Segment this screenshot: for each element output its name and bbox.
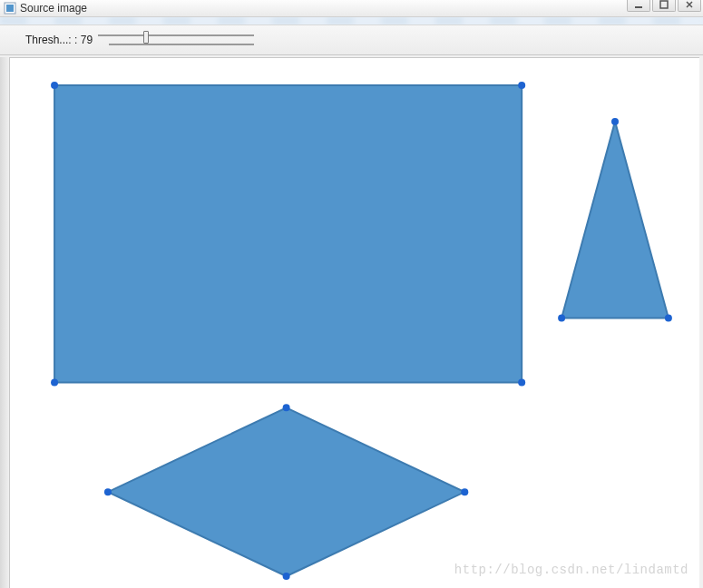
- left-margin: [0, 57, 9, 588]
- canvas: http://blog.csdn.net/lindamtd: [9, 57, 699, 588]
- svg-rect-2: [635, 6, 642, 8]
- svg-marker-6: [108, 407, 464, 576]
- close-button[interactable]: [678, 0, 701, 12]
- triangle-shape: [561, 122, 669, 318]
- threshold-label-text: Thresh...: :: [25, 34, 77, 46]
- maximize-button[interactable]: [652, 0, 676, 12]
- threshold-value: 79: [81, 34, 93, 46]
- vertex-dot: [104, 488, 112, 495]
- blurred-toolbar: [0, 17, 703, 24]
- svg-rect-3: [660, 1, 668, 8]
- rectangle-shape: [54, 85, 522, 382]
- trackbar-panel: Thresh...: : 79: [0, 24, 703, 55]
- svg-rect-1: [6, 5, 14, 12]
- titlebar: Source image: [0, 0, 703, 17]
- watermark-text: http://blog.csdn.net/lindamtd: [454, 563, 688, 577]
- vertex-dot: [665, 315, 672, 322]
- minimize-button[interactable]: [627, 0, 650, 12]
- app-icon: [4, 2, 16, 15]
- window-title: Source image: [20, 2, 87, 15]
- window-controls: [627, 0, 701, 12]
- rhombus-shape: [108, 407, 464, 576]
- vertex-dot: [51, 378, 58, 386]
- vertex-dot: [518, 82, 525, 89]
- svg-marker-5: [561, 122, 669, 318]
- vertex-dot: [558, 315, 565, 322]
- vertex-dot: [461, 488, 468, 495]
- vertex-dot: [518, 378, 525, 386]
- vertex-dot: [283, 404, 290, 411]
- threshold-slider[interactable]: [98, 29, 254, 51]
- shapes-svg: [10, 58, 699, 588]
- vertex-dot: [51, 82, 58, 89]
- vertex-dot: [283, 573, 290, 580]
- slider-thumb[interactable]: [143, 31, 149, 44]
- threshold-label: Thresh...: : 79: [25, 34, 93, 46]
- svg-marker-4: [54, 85, 522, 382]
- vertex-dot: [611, 118, 619, 125]
